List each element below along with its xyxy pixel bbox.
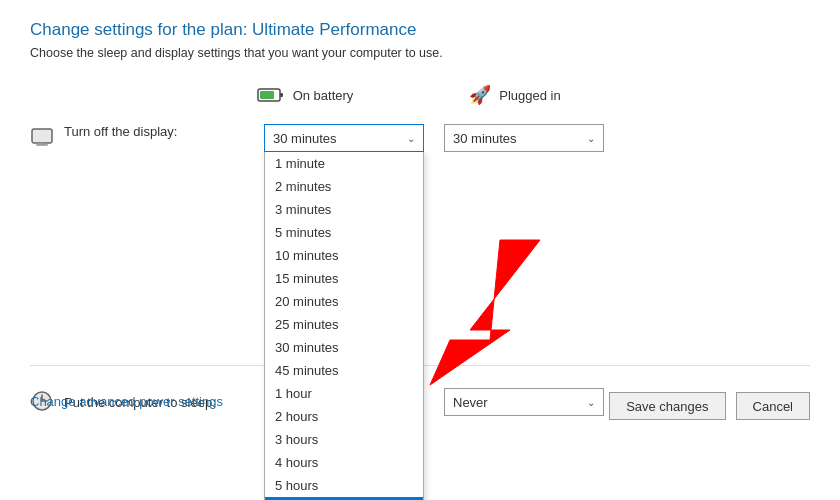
- dropdown-item[interactable]: 3 hours: [265, 428, 423, 451]
- display-row: Turn off the display: 30 minutes ⌄ 1 min…: [30, 124, 810, 153]
- dropdown-item[interactable]: 25 minutes: [265, 313, 423, 336]
- svg-rect-1: [260, 91, 274, 99]
- dropdown-item[interactable]: 10 minutes: [265, 244, 423, 267]
- dropdown-item[interactable]: 4 hours: [265, 451, 423, 474]
- on-battery-label: On battery: [293, 88, 354, 103]
- dropdown-item[interactable]: 5 hours: [265, 474, 423, 497]
- column-headers: On battery 🚀 Plugged in: [230, 84, 810, 106]
- action-buttons: Save changes Cancel: [609, 392, 810, 420]
- svg-rect-3: [32, 129, 52, 143]
- battery-icon: [257, 86, 285, 104]
- display-label: Turn off the display:: [64, 124, 264, 139]
- dropdown-item[interactable]: 5 minutes: [265, 221, 423, 244]
- dropdown-item[interactable]: 15 minutes: [265, 267, 423, 290]
- dropdown-item[interactable]: 3 minutes: [265, 198, 423, 221]
- display-plugged-dropdown[interactable]: 30 minutes ⌄: [444, 124, 604, 152]
- save-button[interactable]: Save changes: [609, 392, 725, 420]
- advanced-power-link[interactable]: Change advanced power settings: [30, 394, 223, 409]
- chevron-down-icon: ⌄: [407, 133, 415, 144]
- monitor-icon: [30, 126, 54, 153]
- dropdown-item[interactable]: 45 minutes: [265, 359, 423, 382]
- dropdown-item[interactable]: 1 hour: [265, 382, 423, 405]
- display-battery-dropdown[interactable]: 30 minutes ⌄: [264, 124, 424, 152]
- display-plugged-value: 30 minutes: [453, 131, 517, 146]
- display-dropdown-list: 1 minute2 minutes3 minutes5 minutes10 mi…: [264, 152, 424, 500]
- svg-rect-2: [280, 93, 283, 97]
- dropdown-item[interactable]: 30 minutes: [265, 336, 423, 359]
- on-battery-header: On battery: [230, 86, 380, 104]
- dropdown-item[interactable]: 2 minutes: [265, 175, 423, 198]
- dropdown-item[interactable]: 2 hours: [265, 405, 423, 428]
- page-subtitle: Choose the sleep and display settings th…: [30, 46, 810, 60]
- page-title: Change settings for the plan: Ultimate P…: [30, 20, 810, 40]
- dropdown-item[interactable]: 1 minute: [265, 152, 423, 175]
- cancel-button[interactable]: Cancel: [736, 392, 810, 420]
- display-battery-value: 30 minutes: [273, 131, 337, 146]
- plugged-in-header: 🚀 Plugged in: [440, 84, 590, 106]
- settings-window: Change settings for the plan: Ultimate P…: [0, 0, 840, 500]
- display-battery-dropdown-container: 30 minutes ⌄ 1 minute2 minutes3 minutes5…: [264, 124, 424, 152]
- dropdown-item[interactable]: 20 minutes: [265, 290, 423, 313]
- plugged-in-label: Plugged in: [499, 88, 560, 103]
- chevron-down-icon-2: ⌄: [587, 133, 595, 144]
- plugged-icon: 🚀: [469, 84, 491, 106]
